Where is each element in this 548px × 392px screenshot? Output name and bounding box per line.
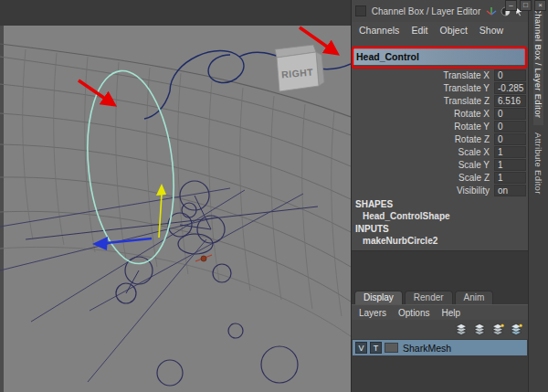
channel-row: Translate X0 bbox=[353, 69, 526, 81]
tab-display[interactable]: Display bbox=[354, 291, 403, 304]
channel-value-field[interactable]: 1 bbox=[494, 172, 526, 184]
layer-list: V T SharkMesh bbox=[352, 339, 528, 392]
channel-label[interactable]: Rotate X bbox=[353, 109, 494, 119]
channel-label[interactable]: Rotate Y bbox=[353, 122, 494, 132]
channel-value-field[interactable]: 0 bbox=[494, 121, 526, 132]
minimize-icon[interactable]: – bbox=[505, 0, 517, 11]
channel-row: Rotate Y0 bbox=[353, 120, 526, 132]
menu-layers[interactable]: Layers bbox=[359, 308, 386, 318]
new-layer-icon[interactable] bbox=[490, 323, 505, 335]
viewport-canvas[interactable]: RIGHT bbox=[0, 0, 351, 392]
channel-label[interactable]: Translate X bbox=[353, 70, 494, 80]
menu-show[interactable]: Show bbox=[480, 25, 503, 36]
channel-list: Translate X0 Translate Y-0.285 Translate… bbox=[352, 67, 528, 196]
channel-row: Rotate Z0 bbox=[353, 132, 526, 145]
channel-label[interactable]: Scale Z bbox=[353, 173, 494, 183]
input-node-name[interactable]: makeNurbCircle2 bbox=[352, 234, 528, 246]
channel-value-field[interactable]: 1 bbox=[494, 159, 526, 171]
layer-editor-tabs: Display Render Anim bbox=[352, 286, 528, 304]
layer-name: SharkMesh bbox=[401, 343, 451, 354]
panel-title: Channel Box / Layer Editor bbox=[370, 6, 482, 16]
menu-object[interactable]: Object bbox=[439, 25, 467, 36]
channel-row: Visibilityon bbox=[353, 184, 526, 196]
shape-node-name[interactable]: Head_ControlShape bbox=[352, 209, 528, 221]
channel-box-menubar: Channels Edit Object Show bbox=[352, 22, 528, 37]
dock-tab-channel-box[interactable]: Channel Box / Layer Editor bbox=[533, 0, 543, 125]
channel-value-field[interactable]: -0.285 bbox=[494, 82, 526, 94]
channel-row: Scale Y1 bbox=[353, 158, 526, 171]
viewport-left-border bbox=[0, 26, 4, 392]
channel-label[interactable]: Visibility bbox=[353, 185, 494, 196]
channel-row: Translate Z6.516 bbox=[353, 94, 526, 107]
channel-value-field[interactable]: on bbox=[494, 185, 526, 196]
move-to-layer-icon[interactable] bbox=[454, 323, 469, 335]
layer-visibility-toggle[interactable]: V bbox=[355, 342, 367, 354]
channel-value-field[interactable]: 0 bbox=[494, 133, 526, 145]
channel-box-empty-area bbox=[352, 250, 528, 286]
channel-value-field[interactable]: 6.516 bbox=[494, 95, 526, 107]
layer-color-swatch[interactable] bbox=[385, 343, 398, 353]
channel-value-field[interactable]: 0 bbox=[494, 69, 526, 81]
channel-box-panel: Channel Box / Layer Editor Channels Edit… bbox=[351, 0, 528, 392]
tab-render[interactable]: Render bbox=[405, 291, 453, 304]
channel-row: Scale X1 bbox=[353, 145, 526, 158]
layer-type-toggle[interactable]: T bbox=[370, 342, 382, 354]
menu-edit[interactable]: Edit bbox=[411, 25, 427, 36]
layer-row-sharkmesh[interactable]: V T SharkMesh bbox=[353, 340, 527, 355]
restore-icon[interactable]: □ bbox=[520, 0, 532, 11]
shapes-header: SHAPES bbox=[352, 196, 528, 209]
selected-object-row[interactable]: Head_Control bbox=[353, 48, 527, 65]
channel-value-field[interactable]: 0 bbox=[494, 108, 526, 120]
tab-anim[interactable]: Anim bbox=[455, 291, 494, 304]
new-layer-from-selected-icon[interactable] bbox=[509, 323, 523, 335]
menu-channels[interactable]: Channels bbox=[359, 25, 399, 36]
channel-label[interactable]: Scale X bbox=[353, 147, 494, 157]
channel-label[interactable]: Scale Y bbox=[353, 160, 494, 170]
close-icon[interactable]: × bbox=[534, 0, 546, 11]
panel-titlebar: Channel Box / Layer Editor bbox=[352, 0, 528, 22]
selected-object-name[interactable]: Head_Control bbox=[353, 51, 419, 62]
empty-layer-icon[interactable] bbox=[472, 323, 487, 335]
channel-label[interactable]: Translate Z bbox=[353, 96, 494, 106]
channel-label[interactable]: Translate Y bbox=[353, 83, 494, 93]
viewport-panel[interactable]: RIGHT bbox=[0, 0, 351, 392]
menu-options[interactable]: Options bbox=[398, 308, 429, 318]
inputs-header: INPUTS bbox=[352, 221, 528, 234]
panel-menu-icon[interactable] bbox=[355, 5, 366, 16]
channel-row: Scale Z1 bbox=[353, 171, 526, 184]
channel-row: Rotate X0 bbox=[353, 107, 526, 120]
axis-icon[interactable] bbox=[486, 5, 497, 16]
layer-editor-menubar: Layers Options Help bbox=[352, 304, 528, 320]
layer-toolbar bbox=[352, 320, 528, 339]
right-dock-strip: Channel Box / Layer Editor Attribute Edi… bbox=[528, 0, 548, 392]
channel-value-field[interactable]: 1 bbox=[494, 146, 526, 158]
channel-label[interactable]: Rotate Z bbox=[353, 134, 494, 144]
menu-help[interactable]: Help bbox=[441, 308, 460, 318]
channel-row: Translate Y-0.285 bbox=[353, 81, 526, 94]
window-controls: – □ × bbox=[505, 0, 546, 11]
dock-tab-attribute-editor[interactable]: Attribute Editor bbox=[533, 125, 543, 202]
